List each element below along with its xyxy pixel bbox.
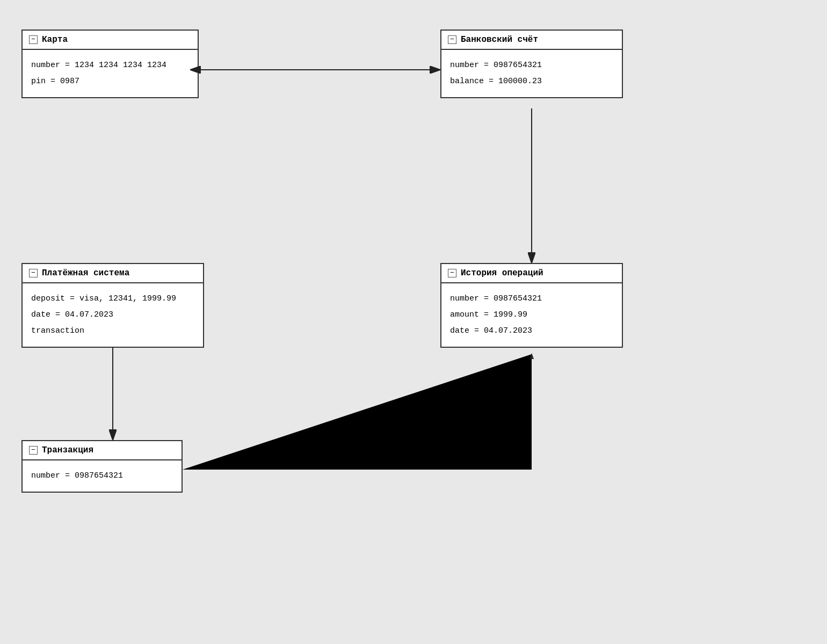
- transaction-field-0: number = 0987654321: [31, 468, 173, 484]
- bank-title: Банковский счёт: [461, 35, 538, 45]
- transaction-header: − Транзакция: [23, 441, 182, 460]
- karta-header: − Карта: [23, 31, 198, 50]
- payment-field-1: date = 04.07.2023: [31, 307, 194, 323]
- payment-field-2: transaction: [31, 323, 194, 339]
- bank-collapse-icon[interactable]: −: [448, 35, 456, 44]
- bank-header: − Банковский счёт: [441, 31, 622, 50]
- karta-field-1: pin = 0987: [31, 74, 189, 90]
- payment-title: Платёжная система: [42, 268, 129, 278]
- history-field-0: number = 0987654321: [450, 291, 613, 307]
- bank-body: number = 0987654321 balance = 100000.23: [441, 50, 622, 97]
- karta-body: number = 1234 1234 1234 1234 pin = 0987: [23, 50, 198, 97]
- history-field-1: amount = 1999.99: [450, 307, 613, 323]
- history-body: number = 0987654321 amount = 1999.99 dat…: [441, 283, 622, 347]
- history-title: История операций: [461, 268, 543, 278]
- transaction-body: number = 0987654321: [23, 460, 182, 492]
- history-collapse-icon[interactable]: −: [448, 269, 456, 277]
- history-header: − История операций: [441, 264, 622, 283]
- bank-field-0: number = 0987654321: [450, 57, 613, 74]
- transaction-box: − Транзакция number = 0987654321: [21, 440, 183, 493]
- payment-header: − Платёжная система: [23, 264, 203, 283]
- transaction-history-arrow: [183, 354, 532, 470]
- karta-field-0: number = 1234 1234 1234 1234: [31, 57, 189, 74]
- payment-box: − Платёжная система deposit = visa, 1234…: [21, 263, 204, 348]
- history-field-2: date = 04.07.2023: [450, 323, 613, 339]
- karta-title: Карта: [42, 35, 68, 45]
- transaction-title: Транзакция: [42, 445, 93, 455]
- payment-collapse-icon[interactable]: −: [29, 269, 38, 277]
- karta-collapse-icon[interactable]: −: [29, 35, 38, 44]
- history-box: − История операций number = 0987654321 a…: [440, 263, 623, 348]
- payment-field-0: deposit = visa, 12341, 1999.99: [31, 291, 194, 307]
- transaction-collapse-icon[interactable]: −: [29, 446, 38, 455]
- payment-body: deposit = visa, 12341, 1999.99 date = 04…: [23, 283, 203, 347]
- bank-field-1: balance = 100000.23: [450, 74, 613, 90]
- karta-box: − Карта number = 1234 1234 1234 1234 pin…: [21, 30, 199, 98]
- bank-box: − Банковский счёт number = 0987654321 ba…: [440, 30, 623, 98]
